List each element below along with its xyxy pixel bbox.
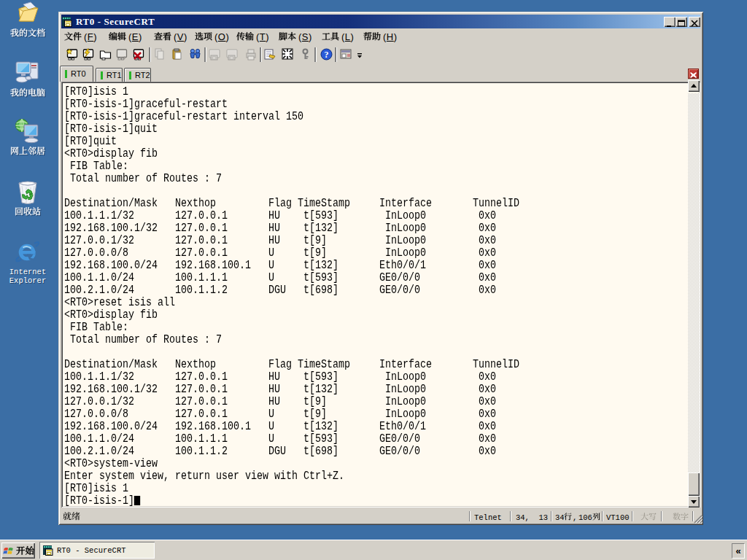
svg-text:?: ? — [325, 50, 329, 60]
